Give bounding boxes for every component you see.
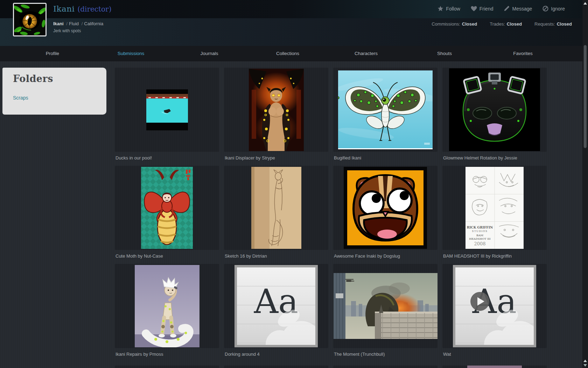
submission-card[interactable]	[333, 68, 438, 152]
submission-card[interactable]	[115, 366, 219, 368]
submission-title[interactable]: BAM HEADSHOT III by Rickgriffin	[443, 253, 547, 259]
submissions-grid: RICK GRIFFIN STUDIOS BAM HEADSHOT III 20…	[115, 68, 547, 368]
folder-scraps-link[interactable]: Scraps	[13, 95, 28, 101]
tab-characters[interactable]: Characters	[327, 46, 405, 61]
profile-tagline: Jerk with spots	[53, 28, 81, 33]
weasyl-profile-page: Ikani(director) Follow Friend Message Ig…	[0, 0, 588, 368]
bam-text-3: BAM	[476, 234, 483, 237]
submission-title[interactable]: Glowmew Helmet Rotation by Jessie	[443, 155, 547, 161]
commission-statuses: Commissions:Closed Trades:Closed Request…	[432, 21, 572, 27]
friend-button[interactable]: Friend	[471, 6, 493, 12]
tab-journals[interactable]: Journals	[170, 46, 248, 61]
scroll-up-icon[interactable]	[583, 360, 587, 362]
scroll-up-icon[interactable]	[583, 2, 587, 5]
thumbnail-cute-moth[interactable]	[141, 167, 193, 249]
thumbnail-wat[interactable]: Aa	[453, 265, 536, 347]
submission-title[interactable]: Sketch 16 by Dirtrian	[225, 253, 328, 259]
thumbnail-awesome-face[interactable]	[344, 167, 427, 249]
status-trades: Trades:Closed	[490, 21, 522, 27]
thumbnail-bugified-ikani[interactable]	[338, 70, 433, 149]
thumbnail-ikani-repairs[interactable]	[135, 265, 200, 347]
thumbnail-glowmew-helmet[interactable]	[449, 68, 540, 151]
ignore-button[interactable]: Ignore	[542, 6, 565, 12]
profile-role: (director)	[77, 5, 111, 13]
submission-title[interactable]: Wat	[443, 352, 547, 357]
star-icon	[438, 6, 443, 12]
tab-favorites[interactable]: Favorites	[484, 46, 562, 61]
follow-button[interactable]: Follow	[438, 6, 460, 12]
status-commissions: Commissions:Closed	[432, 21, 477, 27]
submission-card[interactable]	[333, 366, 438, 368]
bam-text-4: HEADSHOT III	[469, 237, 490, 240]
submission-title[interactable]: The Moment (Trunchbull)	[334, 352, 438, 357]
submission-title[interactable]: Bugified Ikani	[334, 155, 438, 161]
submission-card[interactable]	[224, 166, 328, 250]
submission-card[interactable]	[115, 68, 219, 152]
submission-card[interactable]: Aa	[442, 264, 547, 348]
submission-card[interactable]	[333, 264, 438, 348]
profile-actions: Follow Friend Message Ignore	[438, 6, 565, 12]
folders-panel: Folders Scraps	[2, 68, 106, 115]
submission-title[interactable]: Ikani Repairs by Pmoss	[115, 352, 219, 357]
heart-icon	[471, 6, 477, 12]
submission-card[interactable]	[224, 366, 328, 368]
avatar-eye-art	[14, 4, 46, 35]
profile-username: Ikani	[53, 4, 75, 13]
message-button[interactable]: Message	[504, 6, 532, 12]
status-requests: Requests:Closed	[534, 21, 572, 27]
thumbnail-dorking-around[interactable]: Aa	[234, 265, 318, 347]
submission-card[interactable]	[224, 68, 328, 152]
thumbnail-ducks-in-our-pool[interactable]	[146, 89, 188, 130]
thumbnail-the-moment[interactable]	[334, 273, 438, 339]
thumbnail-partial	[467, 366, 522, 368]
wesley-watermark	[481, 303, 536, 347]
submission-card[interactable]: RICK GRIFFIN STUDIOS BAM HEADSHOT III 20…	[442, 166, 547, 250]
submission-card[interactable]	[115, 264, 219, 348]
scrollbar[interactable]	[582, 0, 588, 368]
bam-text-5: 2008	[474, 241, 485, 246]
tab-shouts[interactable]: Shouts	[405, 46, 484, 61]
thumbnail-bam-headshot[interactable]: RICK GRIFFIN STUDIOS BAM HEADSHOT III 20…	[465, 167, 524, 249]
submission-title[interactable]: Cute Moth by Nut-Case	[115, 253, 219, 259]
submission-card[interactable]: Aa	[224, 264, 328, 348]
scroll-down-icon[interactable]	[583, 364, 587, 367]
thumbnail-sketch-16[interactable]	[251, 167, 301, 249]
folders-title: Folders	[13, 73, 53, 84]
ignore-icon	[542, 6, 548, 12]
bam-text-1: RICK GRIFFIN	[467, 226, 493, 229]
avatar[interactable]	[13, 3, 47, 36]
submission-title[interactable]: Dorking around 4	[225, 352, 328, 357]
tab-collections[interactable]: Collections	[248, 46, 327, 61]
submission-title[interactable]: Ducks in our pool!	[115, 155, 219, 161]
bam-text-2: STUDIOS	[472, 230, 488, 233]
submission-card[interactable]	[442, 366, 547, 368]
scrollbar-thumb[interactable]	[583, 45, 587, 148]
pencil-icon	[504, 6, 510, 12]
submission-card[interactable]	[115, 166, 219, 250]
wesley-watermark	[263, 303, 318, 347]
tab-profile[interactable]: Profile	[13, 46, 92, 61]
submission-title[interactable]: Awesome Face Inaki by Dogslug	[334, 253, 438, 259]
play-icon	[470, 292, 489, 311]
submission-card[interactable]	[442, 68, 547, 152]
submission-title[interactable]: Ikani Displacer by Strype	[225, 155, 328, 161]
profile-details: Ikani /Fluid /California	[53, 21, 103, 26]
tab-submissions[interactable]: Submissions	[92, 46, 170, 61]
profile-navbar: Profile Submissions Journals Collections…	[0, 46, 582, 61]
thumbnail-ikani-displacer[interactable]	[249, 69, 304, 151]
submission-card[interactable]	[333, 166, 438, 250]
